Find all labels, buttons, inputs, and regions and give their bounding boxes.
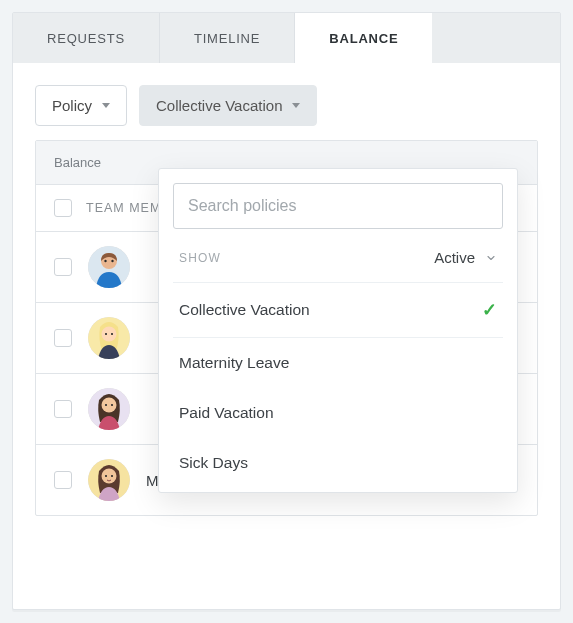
svg-point-2 bbox=[104, 260, 106, 262]
policy-filter-value: Collective Vacation bbox=[156, 97, 282, 114]
policy-option[interactable]: Maternity Leave bbox=[173, 338, 503, 388]
show-label: SHOW bbox=[179, 251, 221, 265]
policy-option[interactable]: Sick Days bbox=[173, 438, 503, 488]
tab-label: BALANCE bbox=[329, 31, 398, 46]
svg-point-3 bbox=[111, 260, 113, 262]
tab-label: REQUESTS bbox=[47, 31, 125, 46]
select-all-checkbox[interactable] bbox=[54, 199, 72, 217]
row-checkbox[interactable] bbox=[54, 471, 72, 489]
controls-bar: Policy Collective Vacation bbox=[13, 63, 560, 140]
show-filter-row: SHOW Active bbox=[173, 229, 503, 283]
avatar bbox=[88, 317, 130, 359]
tab-requests[interactable]: REQUESTS bbox=[13, 13, 160, 63]
show-filter-value: Active bbox=[434, 249, 475, 266]
chevron-down-icon bbox=[485, 252, 497, 264]
show-filter-select[interactable]: Active bbox=[434, 249, 497, 266]
policy-option-label: Paid Vacation bbox=[179, 404, 274, 422]
policy-dropdown-label: Policy bbox=[52, 97, 92, 114]
avatar bbox=[88, 246, 130, 288]
policy-option[interactable]: Paid Vacation bbox=[173, 388, 503, 438]
policy-filter-dropdown-button[interactable]: Collective Vacation bbox=[139, 85, 317, 126]
policy-option-label: Collective Vacation bbox=[179, 301, 310, 319]
tab-timeline[interactable]: TIMELINE bbox=[160, 13, 295, 63]
svg-point-14 bbox=[105, 475, 107, 477]
row-checkbox[interactable] bbox=[54, 258, 72, 276]
table-header-label: Balance bbox=[54, 155, 101, 170]
svg-point-5 bbox=[102, 327, 117, 342]
svg-point-11 bbox=[111, 404, 113, 406]
check-icon: ✓ bbox=[482, 299, 497, 321]
tab-label: TIMELINE bbox=[194, 31, 260, 46]
avatar bbox=[88, 459, 130, 501]
row-checkbox[interactable] bbox=[54, 329, 72, 347]
avatar bbox=[88, 388, 130, 430]
search-input[interactable] bbox=[173, 183, 503, 229]
caret-down-icon bbox=[102, 103, 110, 108]
tab-balance[interactable]: BALANCE bbox=[295, 13, 432, 64]
row-checkbox[interactable] bbox=[54, 400, 72, 418]
policy-option-label: Sick Days bbox=[179, 454, 248, 472]
tabs-bar: REQUESTS TIMELINE BALANCE bbox=[13, 13, 560, 63]
svg-point-6 bbox=[105, 333, 107, 335]
svg-point-9 bbox=[102, 398, 117, 413]
policy-option[interactable]: Collective Vacation ✓ bbox=[173, 283, 503, 338]
svg-point-10 bbox=[105, 404, 107, 406]
policy-dropdown-button[interactable]: Policy bbox=[35, 85, 127, 126]
policy-option-label: Maternity Leave bbox=[179, 354, 289, 372]
policy-filter-popover: SHOW Active Collective Vacation ✓ Matern… bbox=[158, 168, 518, 493]
panel-balance: REQUESTS TIMELINE BALANCE Policy Collect… bbox=[12, 12, 561, 610]
caret-down-icon bbox=[292, 103, 300, 108]
svg-point-15 bbox=[111, 475, 113, 477]
svg-point-7 bbox=[111, 333, 113, 335]
